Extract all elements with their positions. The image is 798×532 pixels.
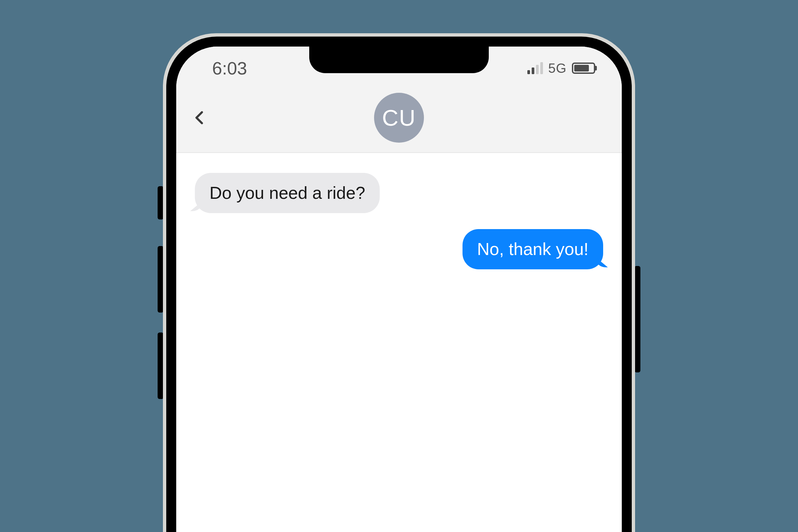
message-text: Do you need a ride? [209,183,365,203]
signal-icon [527,62,543,74]
message-text: No, thank you! [477,240,589,259]
status-right-group: 5G [527,61,595,76]
message-row-outgoing: No, thank you! [195,229,603,269]
back-button[interactable] [192,110,207,125]
conversation-header: CU [176,83,622,153]
status-time: 6:03 [212,58,247,78]
phone-device: 6:03 5G CU [163,33,635,532]
phone-notch [309,46,489,73]
phone-screen: 6:03 5G CU [176,46,622,532]
side-button-power [634,266,640,373]
message-bubble-outgoing[interactable]: No, thank you! [462,229,603,269]
battery-icon [572,62,595,74]
battery-fill [574,65,589,72]
messages-list[interactable]: Do you need a ride? No, thank you! [176,153,622,305]
contact-avatar[interactable]: CU [374,93,424,142]
chevron-left-icon [192,110,207,125]
message-bubble-incoming[interactable]: Do you need a ride? [195,173,380,213]
avatar-initials: CU [382,105,416,131]
message-row-incoming: Do you need a ride? [195,173,603,213]
network-label: 5G [548,61,567,76]
